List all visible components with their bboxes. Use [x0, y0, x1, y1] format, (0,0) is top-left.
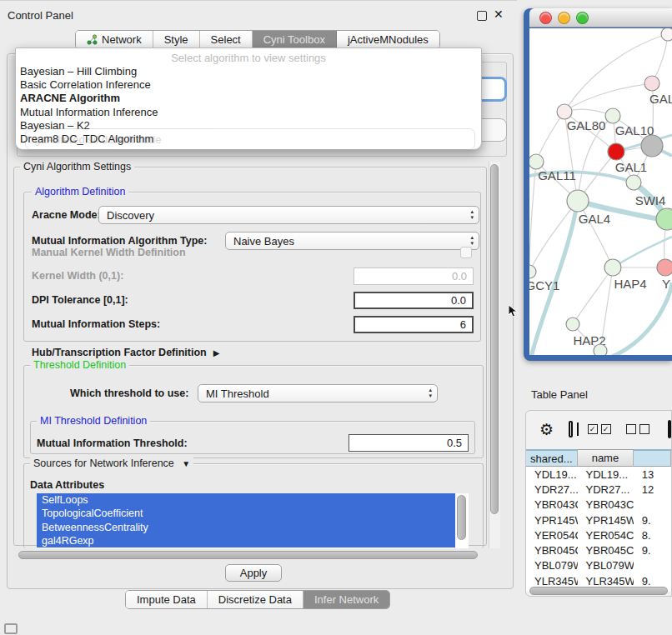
network-node-gal10[interactable]: [605, 108, 620, 123]
network-node-y[interactable]: [657, 259, 672, 276]
column-header[interactable]: [634, 449, 671, 467]
dropdown-placeholder: Select algorithm to view settings: [16, 52, 481, 64]
mi-algorithm-type-select[interactable]: Naive Bayes ▴▾: [225, 232, 479, 250]
mac-close-icon[interactable]: [539, 12, 552, 24]
table-cell: YDR27...: [526, 483, 578, 496]
application-window: Control Panel ✕ NetworkStyleSelectCyni T…: [0, 0, 672, 635]
mac-minimize-icon[interactable]: [558, 12, 570, 24]
kernel-width-label: Kernel Width (0,1):: [32, 268, 123, 284]
table-horizontal-scrollbar-thumb[interactable]: [529, 587, 668, 595]
attribute-item[interactable]: gal4RGexp: [37, 534, 455, 548]
combo-arrows-icon: ▴▾: [429, 387, 432, 398]
tab-label: Cyni Toolbox: [263, 33, 325, 46]
expand-right-icon: ▶: [213, 348, 220, 358]
new-column-icon[interactable]: [668, 420, 671, 438]
table-cell: 9.: [634, 575, 671, 588]
bottom-tab-discretize-data[interactable]: Discretize Data: [208, 591, 303, 608]
algorithm-option[interactable]: Dream8 DC_TDC Algorithm: [20, 132, 470, 146]
aracne-mode-select[interactable]: Discovery ▴▾: [98, 206, 479, 224]
table-row[interactable]: YBL079WYBL079W: [526, 558, 671, 573]
column-header-shared[interactable]: shared...: [526, 449, 578, 467]
which-threshold-select[interactable]: MI Threshold ▴▾: [198, 384, 438, 402]
gear-icon[interactable]: ⚙: [539, 420, 554, 439]
table-row[interactable]: YDR27...YDR27...12: [526, 482, 671, 497]
tab-cyni-toolbox[interactable]: Cyni Toolbox: [253, 31, 337, 48]
algorithm-option[interactable]: Bayesian – Hill Climbing: [20, 65, 470, 78]
mi-threshold-field[interactable]: 0.5: [349, 434, 469, 452]
tab-jactivemnodules[interactable]: jActiveMNodules: [337, 31, 439, 48]
manual-kernel-width-checkbox[interactable]: [460, 247, 472, 258]
network-node-gal11[interactable]: [529, 154, 544, 169]
control-panel-title: Control Panel: [8, 9, 73, 22]
network-edge: [573, 268, 613, 324]
network-node-gal[interactable]: [644, 76, 659, 91]
attribute-item[interactable]: TopologicalCoefficient: [37, 507, 455, 520]
node-label: SWI4: [635, 193, 666, 208]
attributes-list-scrollbar[interactable]: [457, 495, 466, 540]
table-cell: YBL079W: [578, 559, 634, 572]
apply-button[interactable]: Apply: [225, 564, 282, 582]
network-edge: [529, 162, 536, 272]
bottom-tab-impute-data[interactable]: Impute Data: [126, 591, 208, 608]
network-node[interactable]: [656, 208, 672, 230]
dpi-tolerance-field[interactable]: 0.0: [354, 292, 474, 309]
node-label: GAL: [649, 92, 672, 106]
node-label: GAL1: [615, 160, 647, 174]
control-panel-tabs: NetworkStyleSelectCyni ToolboxjActiveMNo…: [75, 30, 440, 49]
tab-style[interactable]: Style: [153, 31, 200, 48]
column-header-name[interactable]: name: [578, 449, 634, 467]
table-row[interactable]: YER054CYER054C8.: [526, 528, 671, 542]
deselect-all-icon[interactable]: [626, 424, 649, 434]
tab-select[interactable]: Select: [200, 31, 253, 48]
network-node-gal1[interactable]: [608, 143, 624, 160]
network-node[interactable]: [661, 28, 672, 41]
split-columns-icon[interactable]: [569, 421, 573, 438]
combo-arrows-icon: ▴▾: [470, 234, 474, 246]
close-icon[interactable]: ✕: [494, 8, 504, 21]
kernel-width-field[interactable]: 0.0: [354, 268, 474, 285]
mi-steps-field[interactable]: 6: [354, 316, 474, 333]
dock-panel-icon[interactable]: [4, 623, 18, 634]
cyni-settings-title: Cyni Algorithm Settings: [20, 161, 134, 172]
node-label: GCY1: [529, 278, 559, 292]
network-node-hap4[interactable]: [604, 259, 621, 276]
table-row[interactable]: YDL19...YDL19...13: [526, 467, 671, 482]
table-cell: 8.: [634, 529, 671, 542]
expand-down-icon: ▼: [182, 459, 190, 468]
network-node[interactable]: [641, 135, 663, 157]
aracne-mode-label: Aracne Mode:: [32, 207, 101, 223]
algorithm-option[interactable]: Basic Correlation Inference: [20, 78, 470, 92]
network-window-titlebar[interactable]: [529, 8, 672, 28]
algorithm-option[interactable]: Bayesian – K2: [20, 119, 470, 132]
settings-vertical-scrollbar-thumb[interactable]: [490, 164, 499, 514]
settings-horizontal-scrollbar-thumb[interactable]: [18, 551, 478, 559]
node-label: GAL4: [579, 212, 610, 226]
mi-algorithm-type-value: Naive Bayes: [233, 235, 294, 248]
tab-label: jActiveMNodules: [348, 33, 429, 46]
algorithm-option[interactable]: ARACNE Algorithm: [20, 92, 470, 105]
network-node-hap2[interactable]: [566, 318, 579, 331]
mac-zoom-icon[interactable]: [576, 12, 589, 24]
which-threshold-label: Which threshold to use:: [70, 385, 188, 402]
table-row[interactable]: YBR045CYBR045C9.: [526, 542, 671, 558]
data-attributes-label: Data Attributes: [30, 477, 104, 493]
bottom-tab-infer-network[interactable]: Infer Network: [303, 591, 389, 608]
network-node[interactable]: [594, 344, 607, 355]
network-canvas[interactable]: GALGAL80GAL10GAL1GAL11SWI4GAL4GCY1HAP4YH…: [529, 28, 672, 355]
float-window-icon[interactable]: [477, 11, 487, 21]
table-cell: YBL079W: [526, 559, 578, 572]
network-node-gal80[interactable]: [557, 104, 572, 119]
select-all-icon[interactable]: ✓✓: [588, 424, 611, 434]
table-row[interactable]: YBR043CYBR043C: [526, 498, 671, 512]
attribute-item[interactable]: BetweennessCentrality: [37, 521, 455, 534]
table-cell: YLR345W: [526, 575, 578, 588]
hub-definition-toggle[interactable]: Hub/Transcription Factor Definition ▶: [32, 344, 219, 361]
table-row[interactable]: YPR145WYPR145W9.: [526, 512, 671, 528]
network-node-gcy1[interactable]: [529, 265, 536, 278]
sources-toggle[interactable]: Sources for Network Inference ▼: [30, 458, 193, 469]
algorithm-option[interactable]: Mutual Information Inference: [20, 106, 470, 119]
network-node-swi4[interactable]: [626, 175, 641, 190]
tab-network[interactable]: Network: [76, 31, 153, 48]
attribute-item[interactable]: SelfLoops: [37, 493, 455, 507]
network-node-gal4[interactable]: [567, 190, 589, 212]
